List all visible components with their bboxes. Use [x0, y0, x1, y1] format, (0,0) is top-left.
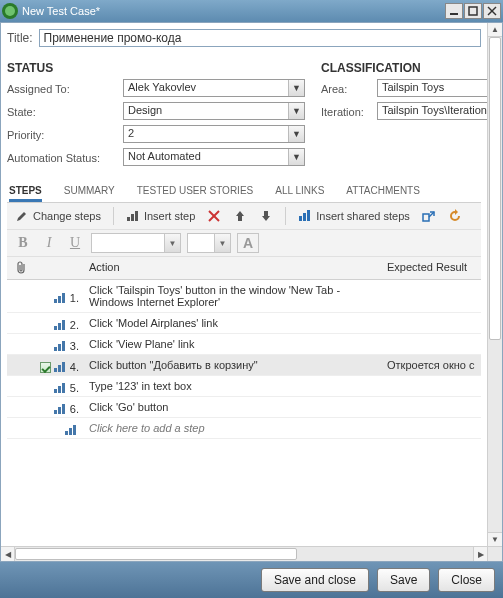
- step-row[interactable]: 5.Type '123' in text box: [7, 376, 481, 397]
- vertical-scrollbar[interactable]: ▲ ▼: [487, 23, 502, 546]
- step-expected[interactable]: [381, 397, 481, 417]
- insert-step-label: Insert step: [144, 210, 195, 222]
- step-row[interactable]: 3.Click 'View Plane' link: [7, 334, 481, 355]
- assigned-to-value: Alek Yakovlev: [123, 79, 305, 97]
- automation-status-combo[interactable]: Not Automated ▼: [123, 148, 305, 168]
- insert-shared-steps-button[interactable]: Insert shared steps: [296, 208, 412, 224]
- svg-rect-18: [58, 323, 61, 330]
- create-shared-steps-button[interactable]: [420, 208, 438, 224]
- move-up-button[interactable]: [231, 208, 249, 224]
- chevron-down-icon[interactable]: ▼: [288, 80, 304, 96]
- title-row: Title:: [7, 29, 481, 47]
- chevron-down-icon[interactable]: ▼: [214, 234, 230, 252]
- automation-status-value: Not Automated: [123, 148, 305, 166]
- assigned-to-combo[interactable]: Alek Yakovlev ▼: [123, 79, 305, 99]
- status-heading: STATUS: [7, 61, 305, 75]
- tab-attachments[interactable]: ATTACHMENTS: [346, 180, 420, 202]
- save-and-close-button[interactable]: Save and close: [261, 568, 369, 592]
- pencil-icon: [15, 209, 29, 223]
- horizontal-scroll-thumb[interactable]: [15, 548, 297, 560]
- save-button[interactable]: Save: [377, 568, 430, 592]
- scroll-up-button[interactable]: ▲: [488, 23, 502, 37]
- tab-summary[interactable]: SUMMARY: [64, 180, 115, 202]
- step-expected[interactable]: [381, 280, 481, 312]
- step-expected[interactable]: [381, 376, 481, 396]
- underline-button[interactable]: U: [65, 233, 85, 253]
- svg-rect-1: [469, 7, 477, 15]
- step-action[interactable]: Type '123' in text box: [83, 376, 381, 396]
- iteration-combo[interactable]: Tailspin Toys\Iteration ▼: [377, 102, 487, 122]
- chevron-down-icon[interactable]: ▼: [288, 103, 304, 119]
- area-combo[interactable]: Tailspin Toys ▼: [377, 79, 487, 99]
- change-steps-button[interactable]: Change steps: [13, 208, 103, 224]
- delete-step-button[interactable]: [205, 208, 223, 224]
- tab-all-links[interactable]: ALL LINKS: [275, 180, 324, 202]
- priority-combo[interactable]: 2 ▼: [123, 125, 305, 145]
- font-color-button[interactable]: A: [237, 233, 259, 253]
- italic-button[interactable]: I: [39, 233, 59, 253]
- step-indicator-icon: [54, 404, 68, 414]
- state-combo[interactable]: Design ▼: [123, 102, 305, 122]
- title-field[interactable]: [39, 29, 481, 47]
- steps-column-header: Action Expected Result: [7, 257, 481, 280]
- step-row[interactable]: 1.Click 'Tailspin Toys' button in the wi…: [7, 280, 481, 313]
- step-action[interactable]: Click 'View Plane' link: [83, 334, 381, 354]
- svg-rect-16: [62, 293, 65, 303]
- step-number: 1.: [70, 292, 79, 304]
- svg-rect-34: [73, 425, 76, 435]
- chevron-down-icon[interactable]: ▼: [288, 149, 304, 165]
- svg-rect-10: [303, 213, 306, 221]
- svg-rect-11: [307, 210, 310, 221]
- step-action[interactable]: Click 'Go' button: [83, 397, 381, 417]
- vertical-scroll-thumb[interactable]: [489, 37, 501, 340]
- svg-rect-6: [135, 211, 138, 221]
- font-family-combo[interactable]: ▼: [91, 233, 181, 253]
- action-column-label: Action: [83, 257, 381, 279]
- add-step-row[interactable]: Click here to add a step: [7, 418, 481, 439]
- classification-heading: CLASSIFICATION: [321, 61, 481, 75]
- step-indicator-icon: [54, 341, 68, 351]
- font-size-combo[interactable]: ▼: [187, 233, 231, 253]
- svg-rect-5: [131, 214, 134, 221]
- step-action[interactable]: Click 'Model Airplanes' link: [83, 313, 381, 333]
- insert-step-button[interactable]: Insert step: [124, 208, 197, 224]
- refresh-button[interactable]: [446, 208, 464, 224]
- area-value: Tailspin Toys: [377, 79, 487, 97]
- svg-rect-21: [58, 344, 61, 351]
- svg-rect-23: [54, 368, 57, 372]
- tab-steps[interactable]: STEPS: [9, 180, 42, 202]
- scroll-down-button[interactable]: ▼: [488, 532, 502, 546]
- step-row[interactable]: 4.Click button "Добавить в корзину"Откро…: [7, 355, 481, 376]
- step-action[interactable]: Click button "Добавить в корзину": [83, 355, 381, 375]
- automation-status-label: Automation Status:: [7, 152, 123, 164]
- insert-shared-steps-label: Insert shared steps: [316, 210, 410, 222]
- horizontal-scrollbar[interactable]: ◀ ▶: [1, 546, 487, 561]
- scroll-left-button[interactable]: ◀: [1, 547, 15, 561]
- step-number: 3.: [70, 340, 79, 352]
- chevron-down-icon[interactable]: ▼: [164, 234, 180, 252]
- window-minimize-button[interactable]: [445, 3, 463, 19]
- step-row[interactable]: 6.Click 'Go' button: [7, 397, 481, 418]
- svg-rect-26: [54, 389, 57, 393]
- chevron-down-icon[interactable]: ▼: [288, 126, 304, 142]
- svg-rect-31: [62, 404, 65, 414]
- priority-value: 2: [123, 125, 305, 143]
- step-action[interactable]: Click 'Tailspin Toys' button in the wind…: [83, 280, 381, 312]
- window-close-button[interactable]: [483, 3, 501, 19]
- close-button[interactable]: Close: [438, 568, 495, 592]
- steps-toolbar: Change steps Insert step Insert shared s…: [7, 203, 481, 230]
- step-row[interactable]: 2.Click 'Model Airplanes' link: [7, 313, 481, 334]
- add-step-placeholder[interactable]: Click here to add a step: [83, 418, 381, 438]
- tab-bar: STEPS SUMMARY TESTED USER STORIES ALL LI…: [7, 180, 481, 203]
- tab-tested-user-stories[interactable]: TESTED USER STORIES: [137, 180, 254, 202]
- bold-button[interactable]: B: [13, 233, 33, 253]
- window-title: New Test Case*: [22, 5, 100, 17]
- scroll-right-button[interactable]: ▶: [473, 547, 487, 561]
- step-expected[interactable]: [381, 313, 481, 333]
- svg-rect-12: [423, 214, 429, 221]
- step-indicator-icon: [65, 425, 79, 435]
- step-expected[interactable]: Откроется окно с: [381, 355, 481, 375]
- move-down-button[interactable]: [257, 208, 275, 224]
- window-maximize-button[interactable]: [464, 3, 482, 19]
- step-expected[interactable]: [381, 334, 481, 354]
